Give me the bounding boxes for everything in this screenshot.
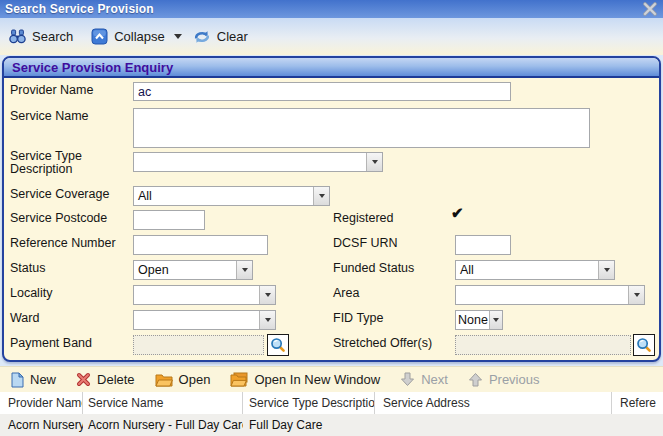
new-button[interactable]: New	[6, 369, 61, 391]
service-name-label: Service Name	[10, 110, 89, 123]
new-button-label: New	[30, 372, 56, 387]
cell-service-address	[375, 414, 612, 436]
open-folder-icon	[155, 373, 173, 387]
panel-header: Service Provision Enquiry	[4, 58, 659, 78]
ward-value	[134, 311, 259, 329]
stretched-offers-lookup-button[interactable]	[633, 334, 655, 356]
area-value	[456, 286, 628, 304]
area-select[interactable]	[455, 285, 645, 305]
close-icon[interactable]	[642, 0, 658, 16]
fid-type-value: None	[456, 311, 489, 329]
column-header-provider-name[interactable]: Provider Name	[0, 392, 83, 414]
funded-status-value: All	[456, 261, 598, 279]
previous-button-label: Previous	[489, 372, 540, 387]
open-in-new-window-button[interactable]: Open In New Window	[225, 369, 385, 390]
area-label: Area	[333, 287, 359, 300]
chevron-down-icon[interactable]	[236, 261, 252, 279]
clear-button[interactable]: Clear	[188, 26, 253, 48]
search-service-provision-window: Search Service Provision Search	[0, 0, 663, 436]
magnifier-icon	[636, 337, 652, 353]
provider-name-input[interactable]	[133, 82, 511, 101]
next-button-label: Next	[421, 372, 448, 387]
panel-title: Service Provision Enquiry	[12, 60, 173, 75]
top-toolbar: Search Collapse Clear	[0, 18, 663, 55]
binoculars-search-icon	[9, 29, 26, 44]
locality-select[interactable]	[133, 285, 276, 305]
status-select[interactable]: Open	[133, 260, 253, 280]
window-title: Search Service Provision	[5, 2, 154, 16]
collapse-chevron-icon	[91, 28, 108, 45]
fid-type-select[interactable]: None	[455, 310, 503, 330]
service-coverage-label: Service Coverage	[10, 188, 109, 201]
stretched-offers-label: Stretched Offer(s)	[333, 337, 432, 350]
results-grid: Provider Name Service Name Service Type …	[0, 392, 663, 436]
column-header-service-type-description[interactable]: Service Type Description	[243, 392, 375, 414]
funded-status-label: Funded Status	[333, 262, 414, 275]
column-header-reference[interactable]: Refere	[612, 392, 663, 414]
locality-value	[134, 286, 259, 304]
service-provision-enquiry-panel: Service Provision Enquiry Provider Name …	[2, 56, 661, 362]
chevron-down-icon[interactable]	[313, 187, 329, 205]
chevron-down-icon[interactable]	[628, 286, 644, 304]
fid-type-label: FID Type	[333, 312, 383, 325]
open-button[interactable]: Open	[150, 369, 216, 390]
collapse-menu-caret-icon[interactable]	[174, 34, 182, 39]
chevron-down-icon[interactable]	[259, 286, 275, 304]
panel-body: Provider Name Service Name Service Type …	[4, 78, 659, 362]
payment-band-field	[133, 335, 264, 355]
delete-button[interactable]: Delete	[71, 369, 140, 390]
delete-x-icon	[76, 372, 91, 387]
records-toolbar: New Delete Open	[0, 366, 663, 392]
chevron-down-icon[interactable]	[489, 311, 502, 329]
stretched-offers-field	[455, 335, 631, 355]
cell-service-type-description: Full Day Care	[243, 414, 375, 436]
status-value: Open	[134, 261, 236, 279]
locality-label: Locality	[10, 287, 52, 300]
dcsf-urn-input[interactable]	[455, 235, 511, 255]
clear-refresh-icon	[193, 29, 211, 45]
column-header-service-address[interactable]: Service Address	[375, 392, 612, 414]
service-type-description-value	[134, 153, 366, 171]
chevron-down-icon[interactable]	[259, 311, 275, 329]
column-header-service-name[interactable]: Service Name	[83, 392, 243, 414]
reference-number-label: Reference Number	[10, 237, 116, 250]
arrow-down-icon	[400, 372, 415, 387]
clear-button-label: Clear	[217, 29, 248, 44]
open-button-label: Open	[179, 372, 211, 387]
collapse-button-label: Collapse	[114, 29, 165, 44]
service-name-input[interactable]	[133, 108, 590, 148]
title-bar: Search Service Provision	[0, 0, 663, 18]
chevron-down-icon[interactable]	[366, 153, 382, 171]
reference-number-input[interactable]	[133, 235, 268, 255]
service-coverage-value: All	[134, 187, 313, 205]
service-type-description-select[interactable]	[133, 152, 383, 172]
cell-provider-name: Acorn Nursery	[0, 414, 83, 436]
provider-name-label: Provider Name	[10, 84, 93, 97]
new-document-icon	[11, 372, 24, 388]
registered-label: Registered	[333, 212, 393, 225]
registered-checkbox[interactable]: ✔	[451, 204, 464, 222]
open-in-new-window-folder-icon	[230, 372, 248, 387]
service-coverage-select[interactable]: All	[133, 186, 330, 206]
previous-button: Previous	[463, 369, 545, 390]
magnifier-icon	[270, 337, 286, 353]
dcsf-urn-label: DCSF URN	[333, 237, 398, 250]
search-button[interactable]: Search	[4, 26, 78, 47]
payment-band-label: Payment Band	[10, 337, 92, 350]
chevron-down-icon[interactable]	[598, 261, 614, 279]
ward-select[interactable]	[133, 310, 276, 330]
delete-button-label: Delete	[97, 372, 135, 387]
result-row-acorn-nursery[interactable]: Acorn Nursery Acorn Nursery - Full Day C…	[0, 414, 663, 436]
collapse-button[interactable]: Collapse	[86, 25, 170, 48]
service-postcode-label: Service Postcode	[10, 212, 107, 225]
cell-service-name: Acorn Nursery - Full Day Care	[83, 414, 243, 436]
open-in-new-window-label: Open In New Window	[254, 372, 380, 387]
search-button-label: Search	[32, 29, 73, 44]
status-label: Status	[10, 262, 45, 275]
results-header-row: Provider Name Service Name Service Type …	[0, 392, 663, 414]
service-postcode-input[interactable]	[133, 210, 205, 230]
funded-status-select[interactable]: All	[455, 260, 615, 280]
service-type-description-label: Service Type Description	[10, 150, 128, 176]
main-area: Service Provision Enquiry Provider Name …	[0, 55, 663, 366]
payment-band-lookup-button[interactable]	[267, 334, 289, 356]
